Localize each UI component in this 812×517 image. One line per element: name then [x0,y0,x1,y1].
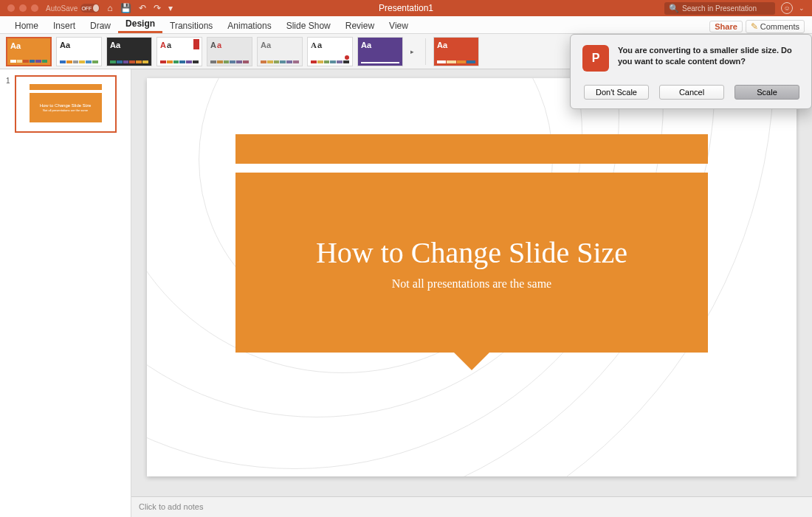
minimize-window-icon[interactable] [19,4,27,12]
chevron-down-icon[interactable]: ⌄ [799,4,805,12]
comment-icon: ✎ [751,21,758,32]
title-bar: AutoSave OFF ⌂ 💾 ↶ ↷ ▾ Presentation1 🔍 ☺… [0,0,812,16]
redo-icon[interactable]: ↷ [154,3,161,13]
powerpoint-icon: P [582,45,609,72]
editor-area: How to Change Slide Size Not all present… [131,69,812,517]
thumb-subtitle: Not all presentations are the same [43,108,88,112]
thumb-mainbox: How to Change Slide Size Not all present… [30,93,102,122]
slide-canvas[interactable]: How to Change Slide Size Not all present… [147,78,796,476]
theme-thumbnail[interactable]: Aa [6,37,52,66]
slide-thumbnail-panel[interactable]: 1 How to Change Slide Size Not all prese… [0,69,131,517]
slide-subtitle[interactable]: Not all presentations are the same [392,277,551,291]
share-button[interactable]: Share [709,21,743,32]
save-icon[interactable]: 💾 [120,3,131,13]
triangle-icon [62,119,69,126]
separator [425,38,426,65]
tab-home[interactable]: Home [7,18,46,33]
scale-dialog: P You are converting to a smaller slide … [570,34,812,109]
undo-icon[interactable]: ↶ [139,3,146,13]
thumb-strip [30,84,102,90]
variants-gallery: Aa [433,37,479,66]
canvas-area[interactable]: How to Change Slide Size Not all present… [131,69,812,496]
slide-top-strip [235,134,708,164]
comments-label: Comments [760,22,799,31]
theme-thumbnail[interactable]: Aa [257,37,303,66]
autosave-label: AutoSave [46,4,78,13]
tab-transitions[interactable]: Transitions [162,18,220,33]
tab-design[interactable]: Design [118,16,162,33]
thumb-title: How to Change Slide Size [40,103,92,108]
window-controls [0,4,46,12]
search-input[interactable] [682,4,771,13]
ribbon-tabs: Home Insert Draw Design Transitions Anim… [0,16,812,34]
quick-access-toolbar: ⌂ 💾 ↶ ↷ ▾ [107,3,172,13]
slide-title[interactable]: How to Change Slide Size [316,235,627,270]
theme-thumbnail[interactable]: Aa [207,37,252,66]
tab-insert[interactable]: Insert [46,18,83,33]
tab-review[interactable]: Review [338,18,382,33]
home-icon[interactable]: ⌂ [107,3,112,13]
thumbnail-row: 1 How to Change Slide Size Not all prese… [6,75,125,133]
slide-title-box[interactable]: How to Change Slide Size Not all present… [235,173,708,353]
tab-draw[interactable]: Draw [83,18,118,33]
autosave-state: OFF [81,6,92,11]
scale-button[interactable]: Scale [734,85,799,100]
dialog-message: You are converting to a smaller slide si… [618,45,799,72]
document-title: Presentation1 [379,3,433,13]
callout-triangle-icon [454,353,489,388]
slide-number: 1 [6,75,10,133]
themes-gallery: Aa Aa Aa Aa Aa Aa Aa Aa [6,37,418,66]
maximize-window-icon[interactable] [31,4,38,12]
theme-thumbnail[interactable]: Aa [357,37,403,66]
autosave-toggle[interactable]: AutoSave OFF [46,4,100,13]
close-window-icon[interactable] [7,4,15,12]
search-box[interactable]: 🔍 [664,2,775,15]
tab-animations[interactable]: Animations [220,18,278,33]
theme-thumbnail[interactable]: Aa [156,37,202,66]
theme-thumbnail[interactable]: Aa [56,37,102,66]
account-icon[interactable]: ☺ [781,2,793,14]
theme-thumbnail[interactable]: Aa [106,37,152,66]
tab-view[interactable]: View [382,18,416,33]
notes-pane[interactable]: Click to add notes [131,496,812,517]
dont-scale-button[interactable]: Don't Scale [584,85,649,100]
workspace: 1 How to Change Slide Size Not all prese… [0,69,812,517]
customize-qat-icon[interactable]: ▾ [168,3,173,13]
cancel-button[interactable]: Cancel [659,85,724,100]
tab-slide-show[interactable]: Slide Show [279,18,338,33]
slide-thumbnail[interactable]: How to Change Slide Size Not all present… [15,75,117,133]
comments-button[interactable]: ✎Comments [746,20,805,33]
theme-thumbnail[interactable]: Aa [307,37,353,66]
themes-more-icon[interactable]: ▸ [407,48,418,55]
search-icon: 🔍 [669,4,679,13]
variant-thumbnail[interactable]: Aa [433,37,479,66]
